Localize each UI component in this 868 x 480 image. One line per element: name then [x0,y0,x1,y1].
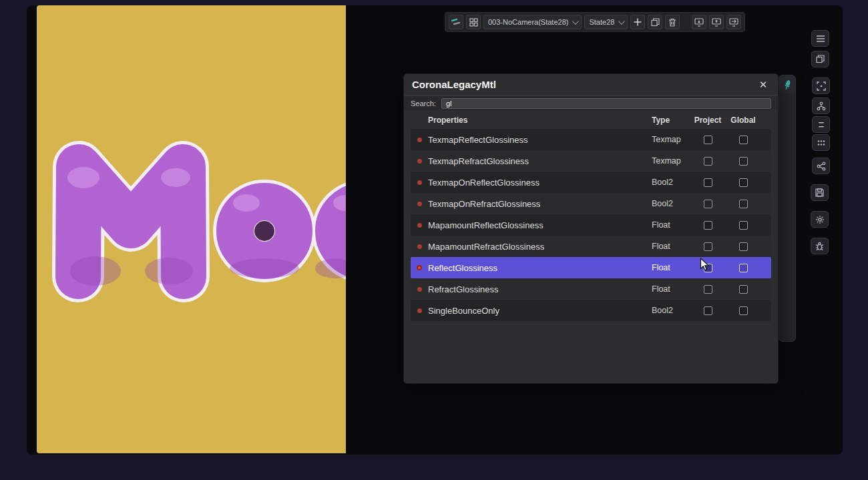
project-checkbox[interactable] [704,200,712,208]
property-name: SingleBounceOnly [428,306,652,316]
side-panel-edge [779,75,796,342]
project-checkbox[interactable] [704,221,712,230]
dot-cell [411,138,428,142]
corona-legacy-mtl-dialog: CoronaLegacyMtl ✕ Search: Properties Typ… [403,73,779,384]
global-checkbox[interactable] [739,242,748,251]
property-name: RefractGlossiness [428,284,652,294]
global-cell [724,136,762,144]
project-cell [691,157,724,166]
table-row[interactable]: TexmapOnReflectGlossinessBool2 [411,172,771,193]
global-cell [724,242,762,251]
global-checkbox[interactable] [739,136,748,144]
floating-window-button[interactable] [811,51,829,67]
property-type: Float [652,284,691,294]
property-type: Float [652,220,691,230]
table-header-row: Properties Type Project Global [411,113,771,128]
save-button[interactable] [811,184,829,201]
table-row[interactable]: ReflectGlossinessFloat [411,257,771,278]
dot-cell [411,159,428,164]
project-cell [691,178,724,187]
global-checkbox[interactable] [739,306,748,315]
fit-frame-button[interactable] [812,77,830,94]
property-dot-icon [417,287,422,292]
property-dot-icon [417,159,422,164]
table-row[interactable]: RefractGlossinessFloat [411,278,771,300]
global-checkbox[interactable] [739,221,748,230]
property-name: MapamountReflectGlossiness [428,220,652,230]
property-type: Texmap [652,135,691,144]
project-checkbox[interactable] [704,136,712,144]
table-row[interactable]: SingleBounceOnlyBool2 [411,300,771,321]
global-checkbox[interactable] [739,285,748,294]
global-cell [724,306,762,315]
app-window: 003-NoCamera(State28) State28 [27,5,843,455]
puffy-text-render [37,5,346,453]
dialog-titlebar[interactable]: CoronaLegacyMtl ✕ [404,74,778,95]
dot-cell [411,308,428,313]
dots-grid-button[interactable] [812,134,830,151]
settings-button[interactable] [811,211,829,228]
global-checkbox[interactable] [739,178,748,187]
delete-state-button[interactable] [665,15,680,29]
table-row[interactable]: MapamountRefractGlossinessFloat [411,236,771,257]
global-cell [724,285,762,294]
property-dot-icon [417,138,422,142]
grid-view-icon[interactable] [466,15,481,29]
debug-button[interactable] [811,238,829,254]
table-row[interactable]: TexmapReflectGlossinessTexmap [411,129,771,150]
project-cell [691,242,724,251]
global-checkbox[interactable] [739,200,748,208]
project-cell [691,285,724,294]
property-name: TexmapOnRefractGlossiness [428,199,652,209]
global-checkbox[interactable] [739,264,748,272]
hierarchy-button[interactable] [812,97,830,114]
viewport-3d[interactable] [37,5,346,453]
project-checkbox[interactable] [704,242,712,251]
property-dot-icon [417,244,422,249]
chevron-down-icon [618,18,625,25]
search-row: Search: [404,97,778,110]
project-column-header: Project [691,115,724,125]
dot-cell [411,202,428,206]
property-name: MapamountRefractGlossiness [428,242,652,252]
share-nodes-button[interactable] [812,158,830,174]
app-logo-icon[interactable] [449,15,463,29]
global-checkbox[interactable] [739,157,748,166]
property-type: Bool2 [652,306,691,315]
add-state-button[interactable] [630,15,645,29]
duplicate-state-button[interactable] [648,15,662,29]
property-dot-icon [417,308,422,313]
project-cell [691,221,724,230]
properties-table-body: TexmapReflectGlossinessTexmapTexmapRefra… [411,129,771,321]
camera-state-dropdown[interactable]: 003-NoCamera(State28) [483,15,582,29]
global-cell [724,221,762,230]
small-list-button[interactable] [812,116,830,133]
table-row[interactable]: MapamountReflectGlossinessFloat [411,214,771,236]
table-row[interactable]: TexmapRefractGlossinessTexmap [411,150,771,172]
close-icon[interactable]: ✕ [756,79,770,91]
chevron-down-icon [572,18,579,25]
project-checkbox[interactable] [704,306,712,315]
property-dot-icon [417,265,422,270]
pin-dialog-button[interactable] [780,76,795,93]
dot-cell [411,244,428,249]
mouse-cursor [700,258,710,272]
restore-state-button[interactable] [726,15,741,29]
store-state-button[interactable] [709,15,724,29]
search-input[interactable] [441,98,771,109]
dot-cell [411,287,428,292]
global-cell [724,178,762,187]
search-label: Search: [411,99,436,107]
state-list-button[interactable] [811,30,829,47]
push-state-button[interactable] [692,15,706,29]
state-dropdown[interactable]: State28 [584,15,628,29]
table-row[interactable]: TexmapOnRefractGlossinessBool2 [411,193,771,214]
project-checkbox[interactable] [704,285,712,294]
project-checkbox[interactable] [704,157,712,166]
project-checkbox[interactable] [704,178,712,187]
global-column-header: Global [724,115,762,125]
project-cell [691,136,724,144]
property-name: ReflectGlossiness [428,263,652,273]
property-type: Float [652,242,691,251]
type-column-header: Type [652,115,691,125]
